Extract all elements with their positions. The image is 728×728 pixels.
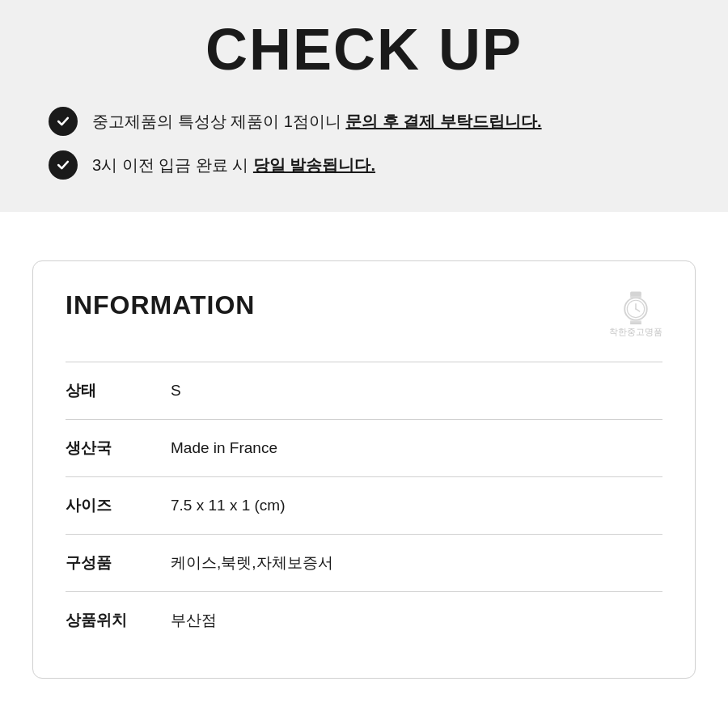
value-location: 부산점 bbox=[171, 610, 217, 631]
info-row-location: 상품위치 부산점 bbox=[66, 591, 662, 649]
checklist-text-2: 3시 이전 입금 완료 시 당일 발송됩니다. bbox=[92, 153, 375, 177]
value-contents: 케이스,북렛,자체보증서 bbox=[171, 552, 333, 574]
check-icon-2 bbox=[49, 150, 78, 180]
checklist-text-1: 중고제품의 특성상 제품이 1점이니 문의 후 결제 부탁드립니다. bbox=[92, 109, 542, 133]
header-section: CHECK UP 중고제품의 특성상 제품이 1점이니 문의 후 결제 부탁드립… bbox=[0, 0, 728, 212]
value-status: S bbox=[171, 382, 181, 400]
label-size: 사이즈 bbox=[66, 495, 171, 516]
brand-name: 착한중고명품 bbox=[609, 326, 662, 337]
spacer bbox=[0, 212, 728, 260]
svg-rect-7 bbox=[630, 320, 641, 322]
label-contents: 구성품 bbox=[66, 552, 171, 574]
info-header: INFORMATION 착한중고명품 bbox=[66, 290, 662, 337]
checklist-item-1: 중고제품의 특성상 제품이 1점이니 문의 후 결제 부탁드립니다. bbox=[49, 107, 679, 136]
info-row-origin: 생산국 Made in France bbox=[66, 419, 662, 476]
svg-rect-6 bbox=[630, 296, 641, 298]
checklist-highlight-2: 당일 발송됩니다. bbox=[253, 156, 375, 174]
watch-icon bbox=[619, 290, 653, 324]
label-location: 상품위치 bbox=[66, 610, 171, 631]
check-icon-1 bbox=[49, 107, 78, 136]
information-section: INFORMATION 착한중고명품 상태 S 생산국 Made in Fran… bbox=[32, 260, 696, 679]
brand-logo: 착한중고명품 bbox=[609, 290, 662, 337]
page-title: CHECK UP bbox=[32, 16, 696, 83]
info-rows: 상태 S 생산국 Made in France 사이즈 7.5 x 11 x 1… bbox=[66, 362, 662, 649]
info-row-contents: 구성품 케이스,북렛,자체보증서 bbox=[66, 534, 662, 591]
label-status: 상태 bbox=[66, 380, 171, 401]
checklist-highlight-1: 문의 후 결제 부탁드립니다. bbox=[345, 112, 541, 130]
svg-rect-0 bbox=[630, 292, 641, 297]
value-size: 7.5 x 11 x 1 (cm) bbox=[171, 497, 286, 514]
info-title: INFORMATION bbox=[66, 290, 255, 320]
checklist-item-2: 3시 이전 입금 완료 시 당일 발송됩니다. bbox=[49, 150, 679, 180]
checklist: 중고제품의 특성상 제품이 1점이니 문의 후 결제 부탁드립니다. 3시 이전… bbox=[49, 107, 679, 180]
value-origin: Made in France bbox=[171, 439, 277, 457]
info-row-status: 상태 S bbox=[66, 362, 662, 419]
info-row-size: 사이즈 7.5 x 11 x 1 (cm) bbox=[66, 476, 662, 534]
label-origin: 생산국 bbox=[66, 438, 171, 459]
